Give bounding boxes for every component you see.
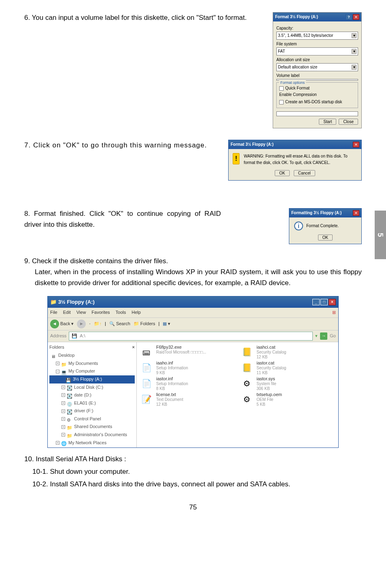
chevron-down-icon[interactable]: ▾ bbox=[352, 65, 356, 70]
expand-icon[interactable]: + bbox=[56, 362, 59, 365]
ok-button[interactable]: OK bbox=[318, 234, 333, 241]
close-button[interactable]: Close bbox=[339, 119, 358, 125]
expand-icon[interactable]: + bbox=[62, 401, 65, 405]
inf-icon: 📄 bbox=[139, 360, 154, 375]
close-icon[interactable]: × bbox=[353, 142, 359, 147]
file-item[interactable]: 📒iaahci.catSecurity Catalog12 KB bbox=[240, 345, 336, 360]
capacity-select[interactable]: 3.5", 1.44MB, 512 bytes/sector▾ bbox=[276, 32, 358, 40]
views-button[interactable]: ▦ ▾ bbox=[163, 320, 170, 328]
folder-icon: 📁 bbox=[61, 361, 67, 366]
folder-icon: 📁 bbox=[67, 424, 72, 429]
file-item[interactable]: ⚙iastor.sysSystem file306 KB bbox=[240, 376, 336, 391]
divider: | bbox=[105, 320, 106, 328]
close-icon[interactable]: × bbox=[329, 299, 336, 305]
disk-icon: 💽 bbox=[67, 409, 72, 413]
close-icon[interactable]: × bbox=[353, 14, 359, 20]
forward-button[interactable]: ► bbox=[77, 320, 86, 328]
ok-button[interactable]: OK bbox=[275, 170, 289, 176]
msdos-checkbox[interactable] bbox=[279, 100, 284, 104]
chevron-down-icon[interactable]: ▾ bbox=[352, 33, 356, 38]
folder-icon: 📁 bbox=[67, 432, 72, 437]
step10-1-text: 10-1. Shut down your computer. bbox=[24, 466, 362, 477]
desktop-icon: 🖥 bbox=[51, 353, 57, 358]
menu-file[interactable]: File bbox=[50, 309, 57, 316]
txt-icon: 📝 bbox=[139, 392, 154, 407]
allocation-label: Allocation unit size bbox=[276, 57, 358, 63]
progress-bar bbox=[276, 111, 358, 116]
menu-help[interactable]: Help bbox=[131, 309, 141, 316]
menu-favorites[interactable]: Favorites bbox=[91, 309, 110, 316]
explorer-title: 3½ Floppy (A:) bbox=[58, 299, 95, 305]
format-options-label: Format options bbox=[279, 80, 306, 85]
expand-icon[interactable]: + bbox=[62, 386, 65, 389]
compression-checkbox: Enable Compression bbox=[279, 92, 355, 98]
address-label: Address bbox=[50, 332, 66, 340]
warning-title: Format 3½ Floppy (A:) bbox=[231, 141, 274, 148]
filesystem-select[interactable]: FAT▾ bbox=[276, 47, 358, 55]
file-item[interactable]: 📄iaaho.infSetup Information9 KB bbox=[139, 360, 235, 375]
folders-button[interactable]: 📁Folders bbox=[134, 320, 155, 328]
folder-icon: 📁 bbox=[50, 299, 57, 305]
close-pane-icon[interactable]: × bbox=[132, 344, 135, 351]
maximize-icon[interactable]: □ bbox=[320, 299, 328, 305]
up-button[interactable]: 📁↑ bbox=[94, 320, 102, 328]
sys-icon: ⚙ bbox=[240, 376, 254, 391]
step10-text: 10. Install Serial ATA Hard Disks : bbox=[24, 454, 362, 464]
complete-message: Format Complete. bbox=[306, 223, 339, 229]
go-label: Go bbox=[330, 332, 336, 340]
step6-text: 6. You can input a volume label for this… bbox=[24, 12, 265, 128]
floppy-icon: 💾 bbox=[66, 377, 71, 382]
info-icon: i bbox=[294, 222, 303, 230]
step9a-text: 9. Check if the diskette contains the dr… bbox=[24, 256, 362, 266]
minimize-icon[interactable]: _ bbox=[312, 299, 320, 305]
chevron-down-icon[interactable]: ▾ bbox=[352, 49, 356, 54]
back-icon: ◄ bbox=[50, 320, 59, 328]
expand-icon[interactable]: + bbox=[62, 425, 65, 429]
expand-icon[interactable]: + bbox=[62, 417, 65, 421]
close-icon[interactable]: × bbox=[353, 210, 359, 216]
folders-icon: 📁 bbox=[134, 320, 139, 328]
warning-icon: ! bbox=[233, 153, 240, 164]
collapse-icon[interactable]: − bbox=[56, 370, 59, 373]
disk-icon: 💽 bbox=[67, 393, 72, 398]
page-number: 75 bbox=[24, 502, 362, 513]
quickformat-checkbox[interactable] bbox=[279, 86, 284, 91]
help-icon[interactable]: ? bbox=[346, 14, 352, 20]
exe-icon: 🖴 bbox=[139, 345, 154, 359]
forward-icon: ► bbox=[77, 320, 86, 328]
windows-flag-icon: ⊞ bbox=[332, 309, 336, 316]
address-input[interactable]: 💾A:\ bbox=[69, 332, 313, 341]
allocation-select[interactable]: Default allocation size▾ bbox=[276, 63, 358, 71]
cancel-button[interactable]: Cancel bbox=[294, 170, 315, 176]
file-item[interactable]: 🖴F6flpy32.exeRaidTool Microsoft □□□□□... bbox=[139, 345, 235, 360]
folder-up-icon: 📁↑ bbox=[94, 320, 102, 328]
expand-icon[interactable]: + bbox=[56, 441, 59, 445]
start-button[interactable]: Start bbox=[319, 119, 336, 125]
back-button[interactable]: ◄Back ▾ bbox=[50, 320, 74, 328]
step8-text: 8. Format finished. Click "OK" to contin… bbox=[24, 208, 221, 244]
address-dropdown[interactable]: ▾ bbox=[315, 332, 318, 340]
cat-icon: 📒 bbox=[240, 360, 254, 375]
complete-title: Formatting 3½ Floppy (A:) bbox=[291, 210, 341, 216]
folder-tree[interactable]: 🖥Desktop +📁My Documents −💻My Computer 💾3… bbox=[49, 352, 135, 447]
complete-dialog: Formatting 3½ Floppy (A:) × i Format Com… bbox=[289, 208, 362, 244]
views-icon: ▦ bbox=[163, 320, 167, 328]
go-button[interactable]: → bbox=[320, 332, 327, 340]
control-panel-icon: ⚙ bbox=[67, 417, 72, 422]
file-item[interactable]: 📄iastor.infSetup Information8 KB bbox=[139, 376, 235, 391]
expand-icon[interactable]: + bbox=[62, 409, 65, 413]
filesystem-label: File system bbox=[276, 41, 358, 47]
computer-icon: 💻 bbox=[61, 369, 67, 374]
menu-edit[interactable]: Edit bbox=[63, 309, 71, 316]
step10-2-text: 10-2. Install SATA hard disks into the d… bbox=[24, 479, 362, 490]
section-tab: 5 bbox=[375, 211, 386, 259]
folders-header: Folders bbox=[49, 344, 64, 351]
menu-view[interactable]: View bbox=[76, 309, 86, 316]
file-item[interactable]: ⚙txtsetup.oemOEM File5 KB bbox=[240, 392, 336, 407]
search-button[interactable]: 🔍Search bbox=[109, 320, 130, 328]
file-item[interactable]: 📒iastor.catSecurity Catalog11 KB bbox=[240, 360, 336, 375]
expand-icon[interactable]: + bbox=[62, 433, 65, 437]
menu-tools[interactable]: Tools bbox=[116, 309, 126, 316]
expand-icon[interactable]: + bbox=[62, 393, 65, 397]
file-item[interactable]: 📝license.txtText Document12 KB bbox=[139, 392, 235, 407]
